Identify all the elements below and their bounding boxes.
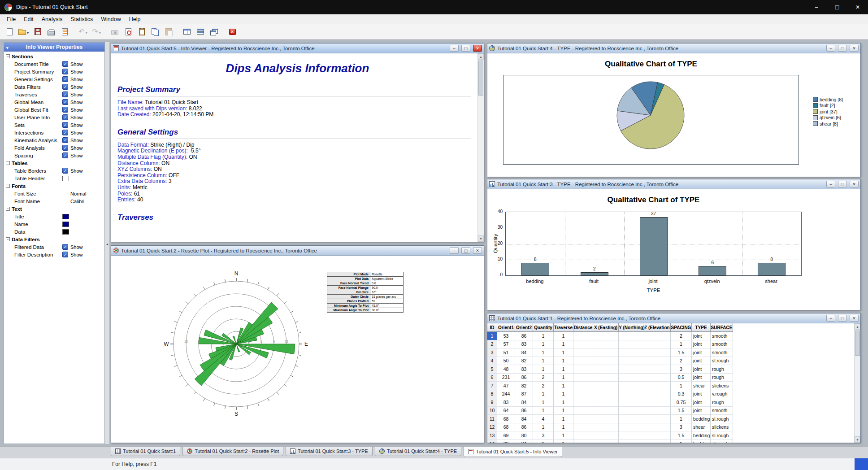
tab-tutorial-01-quick-start-1[interactable]: Tutorial 01 Quick Start:1 bbox=[111, 447, 180, 456]
dropdown-arrow-icon[interactable] bbox=[26, 28, 29, 36]
close-button[interactable] bbox=[847, 0, 868, 14]
snapshot-button[interactable] bbox=[108, 26, 121, 38]
table-row[interactable]: 35184111.5jointsmooth bbox=[487, 348, 854, 357]
prop-traverses[interactable]: TraversesShow bbox=[4, 91, 104, 98]
report-button[interactable] bbox=[58, 26, 71, 38]
bar-window-titlebar[interactable]: Tutorial 01 Quick Start:3 - TYPE - Regis… bbox=[487, 179, 860, 189]
checkbox-filtered-data[interactable] bbox=[62, 244, 68, 250]
prop-group-data-filters[interactable]: Data Filters bbox=[4, 235, 104, 243]
prop-sets[interactable]: SetsShow bbox=[4, 121, 104, 129]
save-button[interactable] bbox=[31, 26, 44, 38]
checkbox-intersections[interactable] bbox=[62, 130, 68, 135]
table-scrollbar[interactable] bbox=[854, 323, 860, 443]
color-swatch-data[interactable] bbox=[62, 229, 69, 235]
table-row[interactable]: 98384110.75jointrough bbox=[487, 398, 854, 407]
prop-group-fonts[interactable]: Fonts bbox=[4, 182, 104, 190]
table-row[interactable]: 824487110.3jointv.rough bbox=[487, 390, 854, 399]
checkbox-traverses[interactable] bbox=[62, 91, 68, 97]
window-close-button[interactable] bbox=[850, 315, 859, 322]
table-row[interactable]: 136980311.5beddingsl.rough bbox=[487, 431, 854, 440]
prop-font-name[interactable]: Font NameCalibri bbox=[4, 197, 104, 205]
prop-title[interactable]: Title bbox=[4, 213, 104, 220]
collapse-group-icon[interactable] bbox=[6, 207, 10, 211]
prop-fold-analysis[interactable]: Fold AnalysisShow bbox=[4, 144, 104, 152]
table-row[interactable]: 74782211shearslickens bbox=[487, 382, 854, 390]
menu-help[interactable]: Help bbox=[125, 15, 145, 24]
table-row[interactable]: 623186210.5jointrough bbox=[487, 374, 854, 382]
pie-window-titlebar[interactable]: Tutorial 01 Quick Start:4 - TYPE - Regis… bbox=[487, 44, 860, 53]
checkbox-spacing[interactable] bbox=[62, 152, 68, 158]
scroll-up-icon[interactable] bbox=[478, 53, 484, 60]
window-minimize-button[interactable] bbox=[450, 247, 459, 254]
window-close-button[interactable] bbox=[850, 45, 859, 52]
checkbox-general-settings[interactable] bbox=[62, 76, 68, 82]
prop-kinematic-analysis[interactable]: Kinematic AnalysisShow bbox=[4, 136, 104, 144]
checkbox-user-plane-info[interactable] bbox=[62, 114, 68, 120]
column-header-traverse[interactable]: Traverse bbox=[554, 323, 573, 332]
window-restore-button[interactable] bbox=[838, 45, 847, 52]
prop-group-text[interactable]: Text bbox=[4, 205, 104, 213]
cascade-button[interactable] bbox=[208, 26, 220, 38]
prop-table-borders[interactable]: Table BordersShow bbox=[4, 167, 104, 174]
table-row[interactable]: 146284111beddingsl.rough bbox=[487, 440, 854, 443]
print-preview-button[interactable] bbox=[122, 26, 135, 38]
checkbox-data-filters[interactable] bbox=[62, 84, 68, 90]
prop-name[interactable]: Name bbox=[4, 220, 104, 228]
column-header-distance[interactable]: Distance bbox=[573, 323, 593, 332]
menu-edit[interactable]: Edit bbox=[20, 15, 38, 24]
dropdown-arrow-icon[interactable] bbox=[98, 28, 101, 36]
collapse-group-icon[interactable] bbox=[6, 161, 10, 165]
minimize-button[interactable] bbox=[806, 0, 827, 14]
column-header-x-easting[interactable]: X (Easting) bbox=[593, 323, 619, 332]
table-row[interactable]: 15386112jointsmooth bbox=[487, 332, 854, 340]
tab-tutorial-01-quick-start-4-type[interactable]: Tutorial 01 Quick Start:4 - TYPE bbox=[375, 447, 462, 456]
scroll-down-icon[interactable] bbox=[478, 235, 484, 242]
close-all-button[interactable] bbox=[226, 26, 239, 38]
checkbox-fold-analysis[interactable] bbox=[62, 145, 68, 151]
prop-global-best-fit[interactable]: Global Best FitShow bbox=[4, 106, 104, 113]
checkbox-kinematic-analysis[interactable] bbox=[62, 137, 68, 143]
table-row[interactable]: 25783111jointsmooth bbox=[487, 340, 854, 349]
table-row[interactable]: 54883113jointrough bbox=[487, 365, 854, 374]
window-close-button[interactable] bbox=[850, 181, 859, 187]
clipboard-button[interactable] bbox=[135, 26, 148, 38]
info-viewer-scrollbar[interactable] bbox=[477, 53, 484, 242]
window-minimize-button[interactable] bbox=[826, 181, 835, 187]
menu-analysis[interactable]: Analysis bbox=[38, 15, 67, 24]
scroll-down-icon[interactable] bbox=[855, 436, 860, 443]
column-header-spacing[interactable]: SPACING bbox=[671, 323, 692, 332]
collapse-panel-icon[interactable] bbox=[106, 239, 109, 247]
prop-table-header[interactable]: Table Header bbox=[4, 174, 104, 182]
window-restore-button[interactable] bbox=[838, 315, 847, 322]
print-button[interactable] bbox=[45, 26, 57, 38]
color-swatch-title[interactable] bbox=[62, 214, 69, 219]
menu-window[interactable]: Window bbox=[97, 15, 125, 24]
window-minimize-button[interactable] bbox=[826, 315, 835, 322]
scroll-up-icon[interactable] bbox=[855, 323, 860, 330]
checkbox-global-mean[interactable] bbox=[62, 99, 68, 105]
scroll-thumb[interactable] bbox=[478, 61, 483, 96]
redo-button[interactable] bbox=[90, 26, 103, 38]
paste-button[interactable] bbox=[162, 26, 175, 38]
table-row[interactable]: 116884411beddingsl.rough bbox=[487, 415, 854, 423]
window-restore-button[interactable] bbox=[461, 247, 470, 254]
tab-tutorial-01-quick-start-3-type[interactable]: Tutorial 01 Quick Start:3 - TYPE bbox=[286, 447, 373, 456]
collapse-group-icon[interactable] bbox=[6, 237, 10, 241]
panel-splitter[interactable] bbox=[105, 42, 109, 444]
collapse-group-icon[interactable] bbox=[6, 54, 10, 58]
column-header-y-northing[interactable]: Y (Northing) bbox=[619, 323, 645, 332]
prop-global-mean[interactable]: Global MeanShow bbox=[4, 98, 104, 106]
open-button[interactable] bbox=[17, 26, 30, 38]
prop-group-tables[interactable]: Tables bbox=[4, 159, 104, 167]
info-viewer-titlebar[interactable]: Tutorial 01 Quick Start:5 - Info Viewer … bbox=[111, 44, 484, 53]
table-window-titlebar[interactable]: Tutorial 01 Quick Start:1 - Registered t… bbox=[487, 313, 860, 323]
window-close-button[interactable] bbox=[473, 45, 482, 52]
prop-intersections[interactable]: IntersectionsShow bbox=[4, 129, 104, 136]
column-header-orient2[interactable]: Orient2 bbox=[515, 323, 533, 332]
column-header-orient1[interactable]: Orient1 bbox=[497, 323, 515, 332]
tile-vertically-button[interactable] bbox=[181, 26, 193, 38]
checkbox-sets[interactable] bbox=[62, 122, 68, 128]
tab-tutorial-01-quick-start-2-rosette-plot[interactable]: Tutorial 01 Quick Start:2 - Rosette Plot bbox=[182, 447, 283, 456]
checkbox-filter-description[interactable] bbox=[62, 252, 68, 257]
scroll-thumb[interactable] bbox=[855, 331, 860, 356]
